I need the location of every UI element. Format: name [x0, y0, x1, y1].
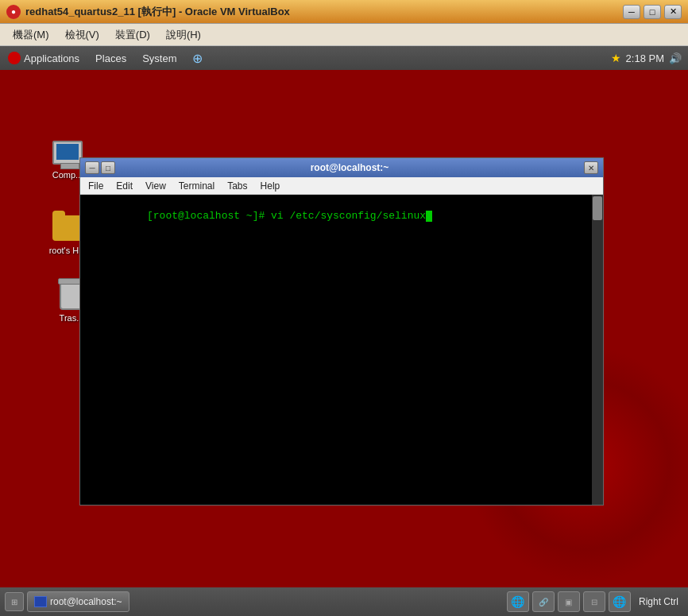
terminal-menu-help[interactable]: Help	[256, 180, 285, 192]
home-folder-shape	[52, 215, 83, 241]
system-label: System	[142, 52, 176, 64]
taskbar-btn-5[interactable]: 🌐	[609, 591, 631, 612]
terminal-menu-tabs[interactable]: Tabs	[222, 180, 252, 192]
clock: 2:18 PM	[626, 52, 664, 64]
computer-icon-image	[52, 137, 83, 169]
terminal-menu-file[interactable]: File	[83, 180, 108, 192]
terminal-menu-terminal[interactable]: Terminal	[174, 180, 219, 192]
gnome-panel-right: ★ 2:18 PM 🔊	[611, 52, 688, 64]
vbox-close-button[interactable]: ✕	[664, 5, 682, 19]
terminal-scrollbar-thumb[interactable]	[593, 196, 602, 220]
gnome-bottom-taskbar: ⊞ root@localhost:~ 🌐 🔗 ▣ ⊟	[0, 587, 688, 616]
vbox-maximize-button[interactable]: □	[644, 5, 661, 19]
terminal-command-text: [root@localhost ~]# vi /etc/sysconfig/se…	[147, 210, 426, 222]
terminal-window: ─ □ root@localhost:~ ✕ File Edit View Te…	[79, 157, 604, 506]
taskbar-terminal-icon	[34, 596, 47, 607]
gnome-applications-menu[interactable]: Applications	[0, 46, 87, 70]
settings-icon: 🌐	[613, 595, 626, 608]
computer-screen	[56, 144, 79, 160]
computer-icon-label: Comp...	[52, 170, 83, 180]
taskbar-terminal-label: root@localhost:~	[50, 596, 122, 607]
terminal-cursor	[426, 211, 432, 222]
display-icon: ▣	[565, 598, 572, 606]
vbox-minimize-button[interactable]: ─	[623, 5, 640, 19]
link-icon: 🔗	[539, 598, 548, 606]
show-desktop-button[interactable]: ⊞	[5, 592, 24, 611]
vm-desktop: Applications Places System ⊕ ★ 2:18 PM 🔊	[0, 46, 688, 616]
terminal-maximize-button[interactable]: □	[101, 161, 115, 174]
gnome-panel-left: Applications Places System ⊕	[0, 46, 211, 70]
gnome-system-menu[interactable]: System	[134, 46, 184, 70]
show-desktop-icon: ⊞	[11, 598, 17, 606]
terminal-menubar: File Edit View Terminal Tabs Help	[80, 177, 603, 195]
taskbar-terminal-button[interactable]: root@localhost:~	[27, 591, 129, 612]
terminal-minimize-button[interactable]: ─	[85, 161, 99, 174]
volume-icon: 🔊	[669, 52, 682, 64]
taskbar-right: 🌐 🔗 ▣ ⊟ 🌐 Right Ctrl	[507, 591, 683, 612]
vbox-title: redhat54_quartus2_11 [執行中] - Oracle VM V…	[25, 5, 623, 19]
places-label: Places	[95, 52, 126, 64]
virtualbox-window: ● redhat54_quartus2_11 [執行中] - Oracle VM…	[0, 0, 688, 616]
vbox-menu-devices[interactable]: 裝置(D)	[109, 26, 157, 44]
applications-label: Applications	[24, 52, 79, 64]
terminal-menu-edit[interactable]: Edit	[111, 180, 137, 192]
network-globe-icon: 🌐	[511, 595, 524, 608]
network-icon: ⊕	[192, 51, 203, 66]
vbox-app-icon: ●	[6, 5, 21, 19]
vbox-titlebar: ● redhat54_quartus2_11 [執行中] - Oracle VM…	[0, 0, 688, 24]
window-icon: ⊟	[591, 598, 597, 606]
terminal-window-controls: ─ □	[85, 161, 115, 174]
vbox-menu-machine[interactable]: 機器(M)	[6, 26, 56, 44]
right-ctrl-label: Right Ctrl	[634, 596, 683, 607]
home-folder-icon-image	[52, 212, 83, 244]
terminal-close-button[interactable]: ✕	[584, 161, 598, 174]
terminal-title: root@localhost:~	[115, 162, 584, 173]
terminal-scrollbar[interactable]	[592, 195, 603, 505]
taskbar-left: ⊞ root@localhost:~	[5, 591, 129, 612]
taskbar-btn-3[interactable]: ▣	[558, 591, 580, 612]
vbox-menu-view[interactable]: 檢視(V)	[59, 26, 106, 44]
redhat-icon	[8, 52, 21, 64]
terminal-content[interactable]: [root@localhost ~]# vi /etc/sysconfig/se…	[80, 195, 603, 505]
vbox-menu-help[interactable]: 說明(H)	[160, 26, 207, 44]
gnome-top-panel: Applications Places System ⊕ ★ 2:18 PM 🔊	[0, 46, 688, 70]
terminal-menu-view[interactable]: View	[141, 180, 171, 192]
vbox-window-controls: ─ □ ✕	[623, 5, 682, 19]
star-icon: ★	[611, 52, 621, 64]
gnome-places-menu[interactable]: Places	[87, 46, 134, 70]
taskbar-network-btn[interactable]: 🌐	[507, 591, 529, 612]
vbox-menubar: 機器(M) 檢視(V) 裝置(D) 說明(H)	[0, 24, 688, 46]
taskbar-btn-4[interactable]: ⊟	[583, 591, 605, 612]
terminal-prompt-line: [root@localhost ~]# vi /etc/sysconfig/se…	[85, 198, 598, 234]
terminal-titlebar: ─ □ root@localhost:~ ✕	[80, 158, 603, 177]
computer-icon-shape	[52, 141, 83, 165]
gnome-network-icon[interactable]: ⊕	[184, 46, 211, 70]
taskbar-btn-2[interactable]: 🔗	[532, 591, 555, 612]
